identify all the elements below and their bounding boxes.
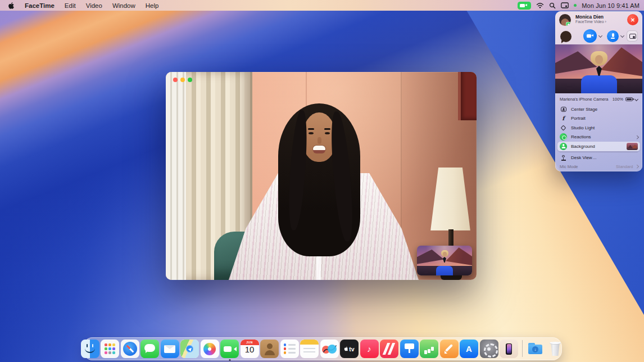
dock-icon-calendar[interactable]: JUN 10 bbox=[241, 340, 259, 358]
running-indicator bbox=[229, 359, 230, 361]
camera-source-label: Marlena's iPhone Camera bbox=[560, 97, 608, 102]
video-effects-menu: Center Stage f Portrait Studio Light Rea… bbox=[555, 105, 642, 162]
dock-icon-maps[interactable] bbox=[180, 340, 199, 358]
microphone-icon bbox=[612, 33, 614, 37]
zoom-traffic-light[interactable] bbox=[188, 78, 192, 82]
minimize-traffic-light[interactable] bbox=[180, 78, 185, 82]
dock-icon-contacts[interactable] bbox=[260, 340, 279, 358]
background-icon bbox=[560, 143, 567, 150]
dock-icon-finder[interactable] bbox=[81, 340, 99, 358]
mic-mode-row[interactable]: Mic Mode Standard bbox=[555, 162, 642, 171]
dock-icon-keynote[interactable] bbox=[400, 340, 419, 358]
dock-icon-numbers[interactable] bbox=[420, 340, 438, 358]
dock-icon-system-settings[interactable] bbox=[480, 340, 498, 358]
dock-icon-app-store[interactable]: A bbox=[460, 340, 478, 358]
battery-icon bbox=[625, 97, 633, 101]
video-options-chevron-icon[interactable] bbox=[598, 34, 602, 38]
menu-item-reactions[interactable]: Reactions bbox=[555, 133, 642, 142]
dock-icon-downloads[interactable]: ↓ bbox=[526, 340, 545, 358]
music-note-glyph: ♪ bbox=[367, 344, 371, 354]
facetime-window[interactable] bbox=[166, 72, 477, 280]
remote-video-feed bbox=[166, 72, 477, 280]
reactions-submenu-chevron-icon bbox=[635, 135, 638, 139]
mic-mode-chevron-icon bbox=[635, 165, 638, 168]
self-view-pip[interactable] bbox=[417, 246, 472, 275]
call-controls-row bbox=[555, 29, 642, 44]
facetime-video-badge-icon bbox=[566, 22, 571, 26]
dock-icon-safari[interactable] bbox=[121, 340, 139, 358]
tv-label: tv bbox=[349, 346, 354, 352]
screen-mirroring-icon[interactable] bbox=[561, 2, 569, 8]
dock-icon-trash[interactable] bbox=[546, 340, 565, 358]
avatar bbox=[559, 14, 571, 26]
dock-icon-messages[interactable] bbox=[140, 340, 159, 358]
call-header: Monica Dien FaceTime Video › ✕ bbox=[555, 11, 642, 28]
background-thumbnail bbox=[627, 143, 638, 150]
call-type-link[interactable]: FaceTime Video › bbox=[575, 20, 606, 24]
share-screen-icon bbox=[629, 34, 636, 39]
battery-percent: 100% bbox=[613, 97, 623, 102]
dock-icon-freeform[interactable] bbox=[320, 340, 339, 358]
picture-frame bbox=[458, 72, 477, 120]
self-view-person bbox=[436, 250, 453, 275]
menu-help[interactable]: Help bbox=[146, 2, 159, 9]
end-call-button[interactable]: ✕ bbox=[627, 14, 638, 25]
appstore-letter: A bbox=[466, 344, 472, 354]
menu-facetime[interactable]: FaceTime bbox=[25, 2, 55, 9]
menu-item-portrait[interactable]: f Portrait bbox=[555, 114, 642, 124]
camera-source-row[interactable]: Marlena's iPhone Camera 100% bbox=[555, 93, 642, 105]
window-controls bbox=[173, 78, 192, 82]
messages-button[interactable] bbox=[560, 31, 572, 42]
portrait-icon: f bbox=[560, 115, 567, 122]
menu-bar-clock[interactable]: Mon Jun 10 9:41 AM bbox=[582, 2, 640, 9]
dock-icon-mail[interactable] bbox=[161, 340, 179, 358]
center-stage-icon bbox=[560, 106, 567, 113]
camera-preview bbox=[555, 44, 642, 93]
menu-divider bbox=[560, 152, 638, 152]
share-screen-button[interactable] bbox=[627, 30, 638, 42]
menu-window[interactable]: Window bbox=[112, 2, 135, 9]
dock-icon-reminders[interactable] bbox=[280, 340, 299, 358]
facetime-active-camera-icon[interactable] bbox=[518, 2, 531, 10]
wifi-icon[interactable] bbox=[536, 2, 544, 8]
menu-bar-left: FaceTime Edit Video Window Help bbox=[0, 2, 158, 10]
dock-icon-photos[interactable] bbox=[201, 340, 219, 358]
calendar-day: 10 bbox=[241, 345, 259, 354]
studio-light-icon bbox=[560, 124, 567, 132]
dock-icon-music[interactable]: ♪ bbox=[360, 340, 379, 358]
desk-view-icon bbox=[560, 154, 567, 161]
caller-name: Monica Dien bbox=[575, 14, 604, 20]
menu-bar-status: Mon Jun 10 9:41 AM bbox=[518, 2, 644, 10]
dock-icon-iphone-mirroring[interactable] bbox=[500, 340, 518, 358]
menu-bar: FaceTime Edit Video Window Help Mon Jun … bbox=[0, 0, 644, 11]
dock-icon-facetime[interactable] bbox=[220, 340, 239, 358]
mic-mode-value: Standard bbox=[616, 164, 633, 169]
download-arrow-icon: ↓ bbox=[532, 346, 538, 352]
video-toggle-button[interactable] bbox=[583, 29, 597, 43]
status-green-dot bbox=[574, 4, 577, 7]
face bbox=[302, 112, 336, 162]
apple-logo-icon[interactable] bbox=[8, 2, 15, 10]
dock: JUN 10 tv ♪ A ↓ bbox=[83, 337, 562, 360]
menu-item-desk-view[interactable]: Desk View… bbox=[555, 153, 642, 163]
menu-item-background[interactable]: Background bbox=[557, 142, 640, 151]
preview-person bbox=[581, 51, 617, 93]
call-controls-panel: Monica Dien FaceTime Video › ✕ bbox=[555, 11, 642, 171]
camera-collapse-chevron-icon[interactable] bbox=[634, 97, 638, 101]
dock-icon-tv[interactable]: tv bbox=[340, 340, 359, 358]
search-icon[interactable] bbox=[549, 2, 556, 9]
dock-icon-pages[interactable] bbox=[440, 340, 459, 358]
menu-video[interactable]: Video bbox=[86, 2, 102, 9]
reactions-icon bbox=[560, 133, 567, 141]
menu-edit[interactable]: Edit bbox=[65, 2, 76, 9]
menu-item-studio-light[interactable]: Studio Light bbox=[555, 123, 642, 133]
dock-icon-launchpad[interactable] bbox=[101, 340, 119, 358]
mic-mode-label: Mic Mode bbox=[560, 164, 578, 169]
video-camera-icon bbox=[587, 34, 591, 38]
dock-icon-news[interactable] bbox=[380, 340, 398, 358]
mic-options-chevron-icon[interactable] bbox=[620, 34, 624, 38]
menu-item-center-stage[interactable]: Center Stage bbox=[555, 105, 642, 114]
mic-toggle-button[interactable] bbox=[607, 30, 619, 42]
close-traffic-light[interactable] bbox=[173, 78, 178, 82]
dock-icon-notes[interactable] bbox=[300, 340, 319, 358]
